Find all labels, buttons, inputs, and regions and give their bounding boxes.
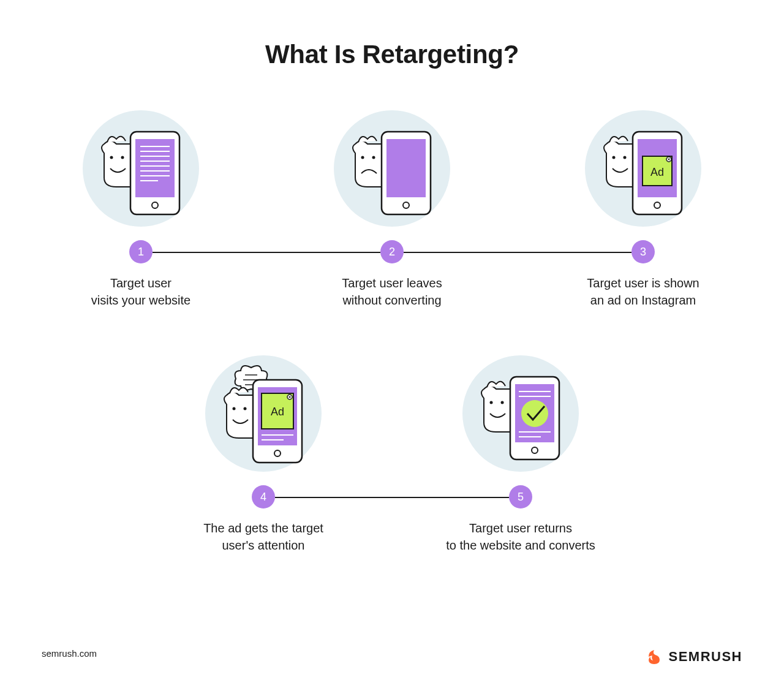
step-5: 5 Target user returns to the website and… bbox=[441, 355, 600, 554]
svg-point-41 bbox=[490, 401, 493, 404]
step-4-number: 4 bbox=[252, 485, 275, 508]
svg-point-13 bbox=[361, 156, 364, 159]
step-2: 2 Target user leaves without converting bbox=[312, 110, 472, 309]
step-4: Ad 4 The ad gets the target user's atten… bbox=[184, 355, 343, 554]
step-1: 1 Target user visits your website bbox=[61, 110, 221, 309]
brand-text: SEMRUSH bbox=[668, 649, 742, 665]
svg-rect-16 bbox=[386, 139, 426, 197]
svg-point-48 bbox=[521, 400, 548, 427]
connector-4-5 bbox=[275, 497, 509, 498]
svg-point-18 bbox=[612, 156, 616, 159]
connector-1-2 bbox=[153, 252, 380, 253]
connector-2-3 bbox=[404, 252, 631, 253]
svg-rect-3 bbox=[135, 139, 175, 197]
step-3-caption: Target user is shown an ad on Instagram bbox=[564, 274, 723, 309]
step-1-caption: Target user visits your website bbox=[61, 274, 221, 309]
step-3: Ad 3 Target user is shown an ad on Insta… bbox=[564, 110, 723, 309]
step-4-caption: The ad gets the target user's attention bbox=[184, 520, 343, 554]
step-4-illustration: Ad bbox=[205, 355, 322, 472]
svg-point-1 bbox=[121, 156, 124, 159]
step-1-illustration bbox=[83, 110, 199, 227]
flame-icon bbox=[646, 649, 662, 665]
svg-point-31 bbox=[244, 407, 247, 410]
step-5-caption: Target user returns to the website and c… bbox=[441, 520, 600, 554]
ad-label: Ad bbox=[650, 166, 664, 178]
footer-url: semrush.com bbox=[42, 648, 97, 659]
page-title: What Is Retargeting? bbox=[0, 40, 784, 69]
ad-label: Ad bbox=[271, 406, 284, 418]
step-5-illustration bbox=[462, 355, 579, 472]
svg-point-19 bbox=[624, 156, 627, 159]
step-3-illustration: Ad bbox=[585, 110, 701, 227]
svg-point-0 bbox=[110, 156, 113, 159]
step-2-caption: Target user leaves without converting bbox=[312, 274, 472, 309]
brand-logo: SEMRUSH bbox=[646, 649, 742, 665]
step-1-number: 1 bbox=[129, 240, 153, 263]
step-3-number: 3 bbox=[631, 240, 655, 263]
svg-point-30 bbox=[233, 407, 236, 410]
step-5-number: 5 bbox=[509, 485, 532, 508]
step-2-number: 2 bbox=[380, 240, 404, 263]
svg-point-14 bbox=[372, 156, 375, 159]
svg-point-42 bbox=[501, 401, 504, 404]
step-2-illustration bbox=[334, 110, 450, 227]
